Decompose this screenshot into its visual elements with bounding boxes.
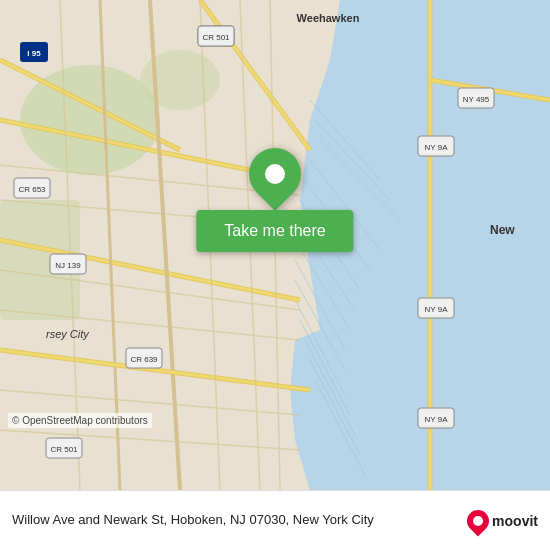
- svg-text:CR 501: CR 501: [202, 33, 230, 42]
- svg-text:CR 653: CR 653: [18, 185, 46, 194]
- bottom-bar: Willow Ave and Newark St, Hoboken, NJ 07…: [0, 490, 550, 550]
- location-text: Willow Ave and Newark St, Hoboken, NJ 07…: [12, 512, 457, 529]
- osm-attribution: © OpenStreetMap contributors: [8, 413, 152, 428]
- svg-text:CR 501: CR 501: [50, 445, 78, 454]
- take-me-there-button[interactable]: Take me there: [196, 210, 353, 252]
- map-pin: [249, 148, 301, 200]
- svg-text:I 95: I 95: [27, 49, 41, 58]
- moovit-logo: moovit: [467, 510, 538, 532]
- svg-text:CR 639: CR 639: [130, 355, 158, 364]
- svg-text:Weehawken: Weehawken: [297, 12, 360, 24]
- map-container: I 95 CR 501 CR 653 NJ 139 CR 639 CR 501 …: [0, 0, 550, 490]
- svg-text:NY 9A: NY 9A: [425, 415, 449, 424]
- svg-text:NY 9A: NY 9A: [425, 143, 449, 152]
- moovit-icon: [463, 505, 494, 536]
- svg-text:New: New: [490, 223, 515, 237]
- svg-text:rsey City: rsey City: [46, 328, 90, 340]
- svg-text:NJ 139: NJ 139: [55, 261, 81, 270]
- svg-text:NY 495: NY 495: [463, 95, 490, 104]
- moovit-text: moovit: [492, 513, 538, 529]
- svg-text:NY 9A: NY 9A: [425, 305, 449, 314]
